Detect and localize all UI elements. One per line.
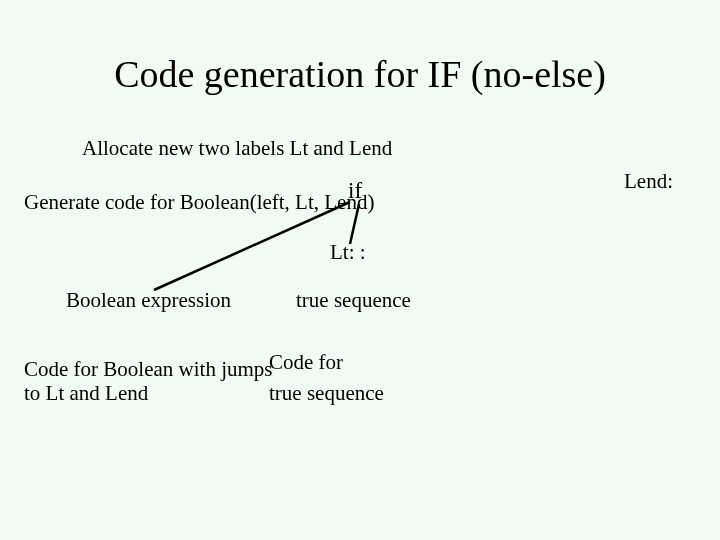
generate-code-text: Generate code for Boolean(left, Lt, Lend… [24,190,374,215]
boolean-jumps-line1: Code for Boolean with jumps [24,357,272,382]
lend-label: Lend: [624,169,673,194]
true-sequence-text: true sequence [296,288,411,313]
boolean-expression-text: Boolean expression [66,288,231,313]
if-node-label: if [348,178,362,204]
lt-node-label: Lt: : [330,240,366,265]
allocate-labels-text: Allocate new two labels Lt and Lend [82,136,392,161]
code-for-label: Code for [269,350,343,375]
slide: Code generation for IF (no-else) Allocat… [0,0,720,540]
svg-line-0 [154,202,350,290]
slide-title: Code generation for IF (no-else) [0,52,720,96]
boolean-jumps-line2: to Lt and Lend [24,381,148,406]
true-sequence-code-text: true sequence [269,381,384,406]
